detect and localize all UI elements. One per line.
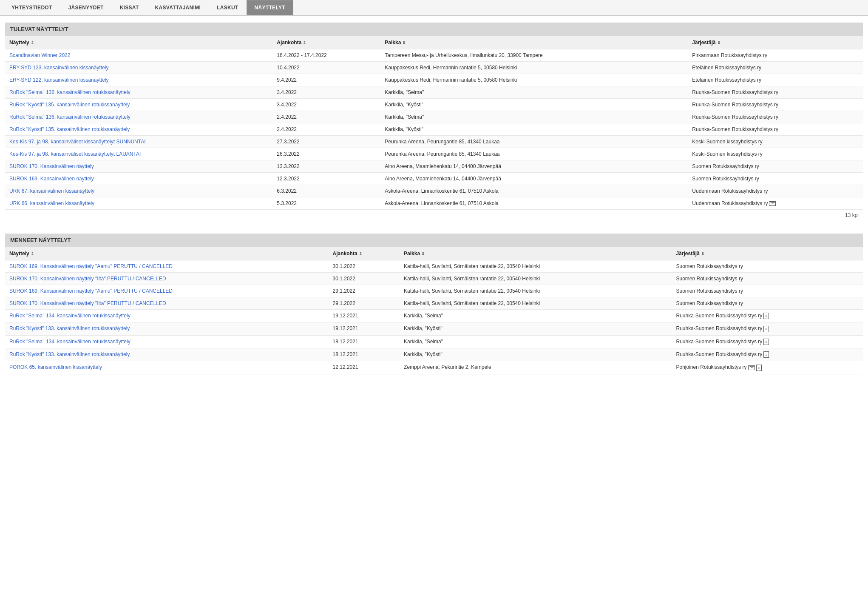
cell-jarjestaja: Uudenmaan Rotukissayhdistys ry	[688, 197, 863, 210]
nav-tab-kissat[interactable]: KISSAT	[112, 0, 147, 15]
cell-nayttely: RuRok "Selma" 136. kansainvälinen rotuki…	[5, 86, 272, 99]
cell-jarjestaja: Uudenmaan Rotukissayhdistys ry	[688, 185, 863, 197]
col-header-paikka[interactable]: Paikka⇕	[380, 36, 688, 49]
nayttely-link[interactable]: SUROK 169. Kansainvälinen näyttely "Aamu…	[9, 288, 173, 294]
table-row: RuRok "Selma" 134. kansainvälinen rotuki…	[5, 310, 863, 322]
cell-paikka: Peurunka Areena, Peurungantie 85, 41340 …	[380, 148, 688, 160]
document-icon: ≡	[763, 326, 769, 332]
upcoming-table-body: Scandinavian Winner 202216.4.2022 - 17.4…	[5, 49, 863, 210]
cell-jarjestaja: Pohjoinen Rotukissayhdistys ry ≡	[672, 361, 863, 374]
jarjestaja-text: Ruuhka-Suomen Rotukissayhdistys ry	[692, 89, 778, 95]
cell-nayttely: Scandinavian Winner 2022	[5, 49, 272, 62]
jarjestaja-text: Ruuhka-Suomen Rotukissayhdistys ry	[692, 102, 778, 108]
col-header-nayttely[interactable]: Näyttely⇕	[5, 36, 272, 49]
nav-tab-jasenyydet[interactable]: JÄSENYYDET	[60, 0, 112, 15]
jarjestaja-text: Uudenmaan Rotukissayhdistys ry	[692, 200, 768, 206]
cell-jarjestaja: Suomen Rotukissayhdistys ry	[672, 285, 863, 297]
nayttely-link[interactable]: ERY-SYD 123. kansainvälinen kissanäyttel…	[9, 65, 108, 71]
upcoming-shows-section: TULEVAT NÄYTTELYT Näyttely⇕Ajankohta⇕Pai…	[5, 23, 863, 221]
sort-icon: ⇕	[402, 40, 406, 45]
past-table-body: SUROK 169. Kansainvälinen näyttely "Aamu…	[5, 260, 863, 374]
col-header-ajankohta[interactable]: Ajankohta⇕	[329, 247, 400, 260]
cell-ajankohta: 27.3.2022	[272, 136, 380, 148]
cell-ajankohta: 3.4.2022	[272, 86, 380, 99]
cell-nayttely: RuRok "Kyösti" 135. kansainvälinen rotuk…	[5, 123, 272, 136]
sort-icon: ⇕	[359, 251, 362, 256]
nayttely-link[interactable]: POROK 65. kansainvälinen kissanäyttely	[9, 364, 102, 370]
cell-nayttely: ERY-SYD 123. kansainvälinen kissanäyttel…	[5, 62, 272, 74]
nayttely-link[interactable]: SUROK 170. Kansainvälinen näyttely "Ilta…	[9, 276, 166, 282]
cell-paikka: Kattila-halli, Suvilahti, Sörnäisten ran…	[400, 273, 672, 285]
cell-ajankohta: 19.12.2021	[329, 310, 400, 322]
nav-tab-laskut[interactable]: LASKUT	[209, 0, 246, 15]
nayttely-link[interactable]: RuRok "Kyösti" 133. kansainvälinen rotuk…	[9, 325, 130, 331]
cell-jarjestaja: Ruuhka-Suomen Rotukissayhdistys ry	[688, 99, 863, 111]
cell-paikka: Kattila-halli, Suvilahti, Sörnäisten ran…	[400, 285, 672, 297]
col-header-jarjestaja[interactable]: Järjestäjä⇕	[672, 247, 863, 260]
nayttely-link[interactable]: Kes-Kis 97. ja 98. kansainväliset kissan…	[9, 151, 141, 157]
nayttely-link[interactable]: RuRok "Kyösti" 135. kansainvälinen rotuk…	[9, 126, 130, 132]
nav-tab-nayttelyt[interactable]: NÄYTTELYT	[247, 0, 293, 15]
table-row: Kes-Kis 97. ja 98. kansainväliset kissan…	[5, 148, 863, 160]
cell-paikka: Kattila-halli, Suvilahti, Sörnäisten ran…	[400, 260, 672, 273]
col-header-jarjestaja[interactable]: Järjestäjä⇕	[688, 36, 863, 49]
jarjestaja-text: Ruuhka-Suomen Rotukissayhdistys ry	[676, 325, 763, 331]
nayttely-link[interactable]: Scandinavian Winner 2022	[9, 52, 70, 58]
cell-ajankohta: 13.3.2022	[272, 160, 380, 173]
nayttely-link[interactable]: RuRok "Kyösti" 135. kansainvälinen rotuk…	[9, 102, 130, 108]
col-header-nayttely[interactable]: Näyttely⇕	[5, 247, 329, 260]
cell-ajankohta: 10.4.2022	[272, 62, 380, 74]
jarjestaja-text: Suomen Rotukissayhdistys ry	[676, 300, 743, 306]
cell-nayttely: SUROK 170. Kansainvälinen näyttely	[5, 160, 272, 173]
jarjestaja-text: Uudenmaan Rotukissayhdistys ry	[692, 188, 768, 194]
nayttely-link[interactable]: SUROK 170. Kansainvälinen näyttely "Ilta…	[9, 300, 166, 306]
cell-nayttely: SUROK 170. Kansainvälinen näyttely "Ilta…	[5, 273, 329, 285]
cell-ajankohta: 9.4.2022	[272, 74, 380, 86]
cell-ajankohta: 12.12.2021	[329, 361, 400, 374]
nayttely-link[interactable]: SUROK 169. Kansainvälinen näyttely	[9, 176, 94, 182]
document-icon: ≡	[763, 339, 769, 345]
cell-paikka: Kattila-halli, Suvilahti, Sörnäisten ran…	[400, 297, 672, 310]
cell-paikka: Karkkila, "Selma"	[400, 335, 672, 348]
nayttely-link[interactable]: SUROK 170. Kansainvälinen näyttely	[9, 163, 94, 169]
table-row: SUROK 169. Kansainvälinen näyttely "Aamu…	[5, 285, 863, 297]
nav-tab-yhteystiedot[interactable]: YHTEYSTIEDOT	[3, 0, 60, 15]
cell-paikka: Karkkila, "Kyösti"	[400, 322, 672, 335]
cell-jarjestaja: Ruuhka-Suomen Rotukissayhdistys ry≡	[672, 335, 863, 348]
col-header-paikka[interactable]: Paikka⇕	[400, 247, 672, 260]
cell-nayttely: SUROK 169. Kansainvälinen näyttely "Aamu…	[5, 260, 329, 273]
cell-ajankohta: 26.3.2022	[272, 148, 380, 160]
cell-paikka: Karkkila, "Selma"	[380, 111, 688, 123]
jarjestaja-text: Pohjoinen Rotukissayhdistys ry	[676, 364, 747, 370]
nayttely-link[interactable]: RuRok "Selma" 134. kansainvälinen rotuki…	[9, 313, 130, 319]
col-header-ajankohta[interactable]: Ajankohta⇕	[272, 36, 380, 49]
cell-jarjestaja: Ruuhka-Suomen Rotukissayhdistys ry≡	[672, 310, 863, 322]
cell-nayttely: RuRok "Selma" 136. kansainvälinen rotuki…	[5, 111, 272, 123]
nayttely-link[interactable]: ERY-SYD 122. kansainvälinen kissanäyttel…	[9, 77, 108, 83]
nayttely-link[interactable]: RuRok "Selma" 136. kansainvälinen rotuki…	[9, 89, 130, 95]
table-row: URK 67. kansainvälinen kissanäyttely6.3.…	[5, 185, 863, 197]
cell-paikka: Karkkila, "Selma"	[400, 310, 672, 322]
nayttely-link[interactable]: URK 67. kansainvälinen kissanäyttely	[9, 188, 94, 194]
jarjestaja-text: Eteläinen Rotukissayhdistys ry	[692, 65, 761, 71]
cell-nayttely: URK 66. kansainvälinen kissanäyttely	[5, 197, 272, 210]
cell-ajankohta: 18.12.2021	[329, 335, 400, 348]
nayttely-link[interactable]: URK 66. kansainvälinen kissanäyttely	[9, 200, 94, 206]
cell-nayttely: Kes-Kis 97. ja 98. kansainväliset kissan…	[5, 148, 272, 160]
jarjestaja-text: Ruuhka-Suomen Rotukissayhdistys ry	[676, 339, 763, 345]
nayttely-link[interactable]: RuRok "Selma" 136. kansainvälinen rotuki…	[9, 114, 130, 120]
cell-nayttely: Kes-Kis 97. ja 98. kansainväliset kissan…	[5, 136, 272, 148]
table-row: ERY-SYD 123. kansainvälinen kissanäyttel…	[5, 62, 863, 74]
nayttely-link[interactable]: Kes-Kis 97. ja 98. kansainväliset kissan…	[9, 139, 146, 145]
sort-icon: ⇕	[303, 40, 306, 45]
nayttely-link[interactable]: RuRok "Kyösti" 133. kansainvälinen rotuk…	[9, 351, 130, 357]
cell-ajankohta: 2.4.2022	[272, 111, 380, 123]
nayttely-link[interactable]: RuRok "Selma" 134. kansainvälinen rotuki…	[9, 339, 130, 345]
nayttely-link[interactable]: SUROK 169. Kansainvälinen näyttely "Aamu…	[9, 263, 173, 269]
cell-ajankohta: 2.4.2022	[272, 123, 380, 136]
nav-tab-kasvattajanimi[interactable]: KASVATTAJANIMI	[147, 0, 209, 15]
cell-nayttely: RuRok "Kyösti" 135. kansainvälinen rotuk…	[5, 99, 272, 111]
cell-nayttely: SUROK 169. Kansainvälinen näyttely "Aamu…	[5, 285, 329, 297]
table-row: SUROK 169. Kansainvälinen näyttely12.3.2…	[5, 173, 863, 185]
table-row: SUROK 170. Kansainvälinen näyttely "Ilta…	[5, 273, 863, 285]
